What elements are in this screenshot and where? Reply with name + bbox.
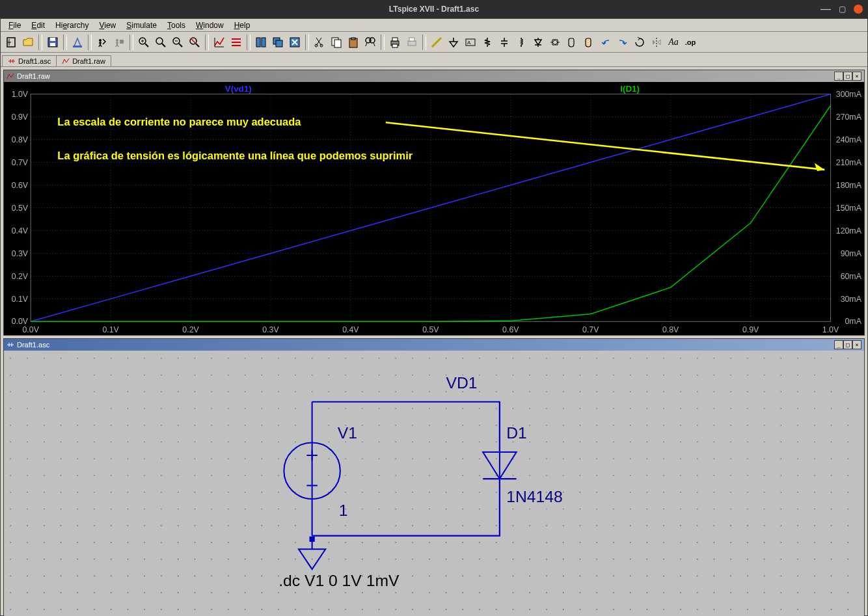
new-schematic-button[interactable]	[3, 34, 19, 50]
svg-point-656	[596, 442, 597, 443]
svg-point-653	[596, 392, 597, 393]
svg-point-393	[312, 592, 313, 593]
pick-visible-traces-button[interactable]	[228, 34, 244, 50]
svg-point-314	[228, 609, 229, 610]
svg-point-814	[764, 408, 765, 409]
svg-point-209	[128, 459, 129, 460]
autorange-button[interactable]	[211, 34, 227, 50]
svg-point-260	[178, 509, 179, 510]
save-button[interactable]	[45, 34, 61, 50]
svg-point-498	[429, 475, 430, 476]
mirror-button[interactable]	[649, 34, 664, 50]
pane-minimize-button[interactable]: _	[834, 340, 843, 349]
find-button[interactable]	[362, 34, 378, 50]
svg-point-873	[814, 592, 815, 593]
svg-point-108	[27, 375, 28, 376]
cascade-windows-button[interactable]	[270, 34, 286, 50]
svg-point-802	[747, 475, 748, 476]
svg-point-698	[630, 609, 631, 610]
svg-point-898	[847, 475, 848, 476]
svg-point-722	[663, 475, 664, 476]
svg-point-482	[412, 475, 413, 476]
menu-edit[interactable]: Edit	[26, 20, 50, 31]
place-inductor-button[interactable]	[513, 34, 529, 50]
maximize-icon[interactable]: ▢	[839, 5, 846, 14]
rotate-button[interactable]	[632, 34, 647, 50]
pane-maximize-button[interactable]: □	[843, 72, 852, 81]
tab-draft1-asc[interactable]: Draft1.asc	[2, 55, 57, 66]
pane-close-button[interactable]: ×	[852, 340, 861, 349]
svg-point-426	[345, 609, 346, 610]
move-button[interactable]	[564, 34, 580, 50]
place-diode-button[interactable]	[530, 34, 546, 50]
svg-point-212	[128, 509, 129, 510]
zoom-out-button[interactable]	[170, 34, 185, 50]
close-windows-button[interactable]	[287, 34, 303, 50]
redo-button[interactable]	[615, 34, 631, 50]
menu-view[interactable]: View	[94, 20, 121, 31]
draw-wire-button[interactable]	[429, 34, 444, 50]
svg-point-752	[697, 442, 698, 443]
menu-tools[interactable]: Tools	[162, 20, 191, 31]
zoom-fit-button[interactable]	[187, 34, 202, 50]
schematic-pane-titlebar[interactable]: Draft1.asc _ □ ×	[4, 339, 864, 351]
run-button[interactable]	[94, 34, 110, 50]
drag-button[interactable]	[581, 34, 597, 50]
minimize-icon[interactable]: —	[821, 3, 831, 15]
menu-help[interactable]: Help	[229, 20, 256, 31]
svg-point-694	[630, 542, 631, 543]
svg-point-287	[211, 425, 212, 426]
label-net-button[interactable]: A	[463, 34, 478, 50]
halt-button[interactable]	[111, 34, 127, 50]
plot-pane-titlebar[interactable]: Draft1.raw _ □ ×	[4, 70, 864, 82]
place-resistor-button[interactable]	[480, 34, 495, 50]
svg-point-645	[580, 525, 581, 526]
svg-point-531	[462, 492, 463, 493]
menu-file[interactable]: File	[3, 20, 26, 31]
svg-point-255	[178, 425, 179, 426]
pane-maximize-button[interactable]: □	[843, 340, 852, 349]
svg-point-744	[680, 576, 681, 577]
place-component-button[interactable]	[547, 34, 563, 50]
open-button[interactable]	[20, 34, 36, 50]
svg-point-706	[647, 475, 648, 476]
svg-point-848	[797, 442, 798, 443]
place-ground-button[interactable]	[446, 34, 461, 50]
svg-point-222	[144, 408, 145, 409]
print-button[interactable]	[387, 34, 403, 50]
svg-point-835	[781, 492, 782, 493]
copy-button[interactable]	[329, 34, 344, 50]
close-button[interactable]	[854, 5, 863, 14]
menu-simulate[interactable]: Simulate	[121, 20, 162, 31]
place-capacitor-button[interactable]	[496, 34, 512, 50]
svg-point-284	[211, 375, 212, 376]
menu-window[interactable]: Window	[191, 20, 229, 31]
svg-point-588	[529, 375, 530, 376]
spice-directive-button[interactable]: .op	[683, 34, 698, 50]
svg-point-564	[496, 509, 497, 510]
plot-area[interactable]: 0.0V0.1V0.2V0.3V0.4V0.5V0.6V0.7V0.8V0.9V…	[4, 82, 864, 335]
svg-point-107	[27, 358, 28, 359]
zoom-in-button[interactable]	[136, 34, 152, 50]
svg-point-618	[546, 609, 547, 610]
svg-point-602	[529, 609, 530, 610]
undo-button[interactable]	[598, 34, 614, 50]
menu-hierarchy[interactable]: Hierarchy	[50, 20, 94, 31]
pane-close-button[interactable]: ×	[852, 72, 861, 81]
tab-draft1-raw[interactable]: Draft1.raw	[56, 55, 111, 66]
svg-point-775	[714, 559, 715, 560]
place-text-button[interactable]: Aa	[666, 34, 681, 50]
cut-button[interactable]	[312, 34, 327, 50]
pan-button[interactable]	[153, 34, 169, 50]
tile-windows-button[interactable]	[253, 34, 269, 50]
paste-button[interactable]	[346, 34, 361, 50]
schematic-area[interactable]: VD1V11D11N4148.dc V1 0 1V 1mV	[4, 351, 864, 616]
print-setup-button[interactable]	[404, 34, 420, 50]
svg-point-203	[128, 358, 129, 359]
svg-point-514	[446, 475, 447, 476]
control-panel-button[interactable]	[70, 34, 85, 50]
svg-point-112	[27, 442, 28, 443]
svg-point-437	[362, 525, 363, 526]
pane-minimize-button[interactable]: _	[834, 72, 843, 81]
svg-point-636	[580, 375, 581, 376]
